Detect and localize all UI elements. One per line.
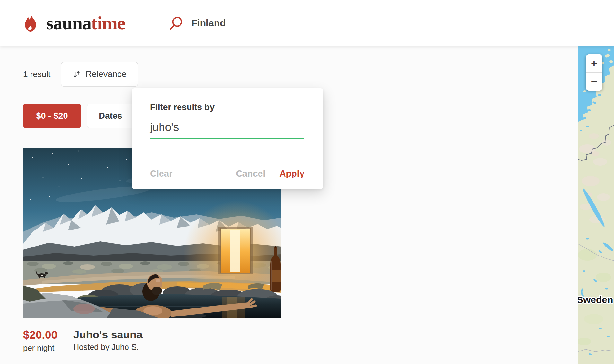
brand-wordmark: saunatime <box>46 14 125 32</box>
filter-chip-dates[interactable]: Dates <box>87 104 134 128</box>
filter-chip-price[interactable]: $0 - $20 <box>23 104 81 128</box>
filter-popup-title: Filter results by <box>150 102 304 112</box>
sort-icon <box>73 70 81 79</box>
flame-icon <box>22 13 39 33</box>
brand-time: time <box>91 13 125 33</box>
map[interactable]: Sweden + − <box>578 46 614 364</box>
brand-sauna: sauna <box>46 13 91 33</box>
map-canvas: Sweden <box>578 46 614 364</box>
listing-price: $20.00 <box>23 329 73 341</box>
filter-input-value[interactable]: juho's <box>150 121 179 133</box>
listing-host: Hosted by Juho S. <box>73 342 143 352</box>
header: saunatime Finland <box>0 0 614 46</box>
filter-popup: Filter results by juho's Clear Cancel Ap… <box>132 88 323 189</box>
search-bar[interactable]: Finland <box>168 0 226 46</box>
search-location[interactable]: Finland <box>191 18 226 29</box>
listing-price-unit: per night <box>23 343 73 353</box>
filter-text-input[interactable]: juho's <box>150 121 304 139</box>
listing-title[interactable]: Juho's sauna <box>73 329 143 341</box>
search-icon <box>168 15 184 31</box>
logo[interactable]: saunatime <box>0 0 146 46</box>
sort-button[interactable]: Relevance <box>61 62 138 87</box>
cancel-button[interactable]: Cancel <box>236 169 265 179</box>
listing-info[interactable]: $20.00 per night Juho's sauna Hosted by … <box>23 329 143 353</box>
map-zoom-in-button[interactable]: + <box>586 54 602 72</box>
map-zoom-out-button[interactable]: − <box>586 73 602 91</box>
results-count: 1 result <box>23 62 50 87</box>
sort-button-label: Relevance <box>85 69 127 79</box>
clear-button[interactable]: Clear <box>150 169 172 179</box>
apply-button[interactable]: Apply <box>279 169 304 179</box>
map-label-sweden: Sweden <box>578 294 613 305</box>
map-zoom-control: + − <box>586 54 602 91</box>
filter-popup-actions: Clear Cancel Apply <box>150 169 304 179</box>
